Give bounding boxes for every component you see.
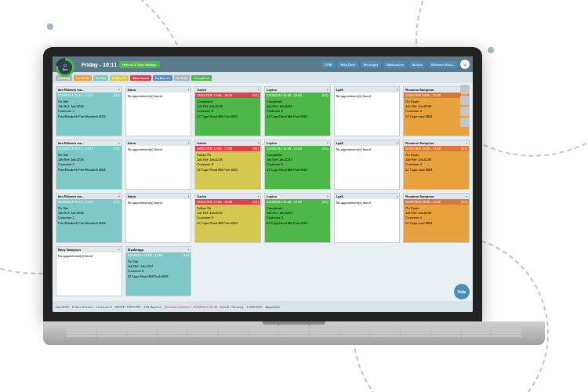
- card-body: On SiteJob Ref: Job-0234Customer 2Port E…: [56, 98, 122, 136]
- card-body: No appointment(s) found: [335, 93, 400, 136]
- card-body: CompletedJob Ref: Job-0249Customer 352 C…: [265, 98, 330, 136]
- nav-actions[interactable]: Actions: [409, 61, 426, 68]
- card-worker-name: Iain Roberts mo...›: [56, 87, 122, 93]
- appointment-card[interactable]: Ivana›No appointment(s) found: [125, 193, 192, 243]
- card-datetime: 01/03/2019 10:11 - 11:11(1/1): [56, 146, 122, 151]
- card-datetime: 01/03/2019 15:40 - 15:50(1/1): [265, 146, 330, 151]
- card-datetime: 01/03/2019 10:11 - 11:11(1/1): [56, 93, 122, 98]
- appointment-card[interactable]: Loyiso›01/03/2019 15:40 - 15:50(1/1)Comp…: [264, 140, 331, 190]
- card-body: No appointment(s) found: [335, 199, 400, 242]
- status-filter-abandoned[interactable]: Abandoned: [130, 75, 151, 81]
- card-worker-name: Justin›: [195, 140, 260, 146]
- card-worker-name: Lyall›: [335, 87, 400, 93]
- card-worker-name: Ivana›: [126, 194, 191, 199]
- card-worker-name: Roxanne Sampson›: [404, 140, 469, 146]
- card-body: CompletedJob Ref: Job-0249Customer 352 C…: [265, 205, 330, 242]
- bottom-bar-item: Appointed: [266, 305, 280, 309]
- card-worker-name: Ivana›: [126, 87, 191, 93]
- card-body: On RouteJob Ref: Job-0248Customer 452 Ca…: [404, 151, 469, 189]
- timer-unit: Sec: [63, 67, 68, 71]
- card-body: On SiteJob Ref: Job-0234Customer 2Port E…: [56, 205, 122, 242]
- bottom-bar-item: Install - Gauteng: [220, 305, 243, 309]
- card-body: No appointment(s) found: [126, 146, 191, 189]
- card-body: Follow OnJob Ref: Job-0249Customer 352 C…: [195, 151, 260, 189]
- nav-messages[interactable]: Messages: [361, 61, 381, 68]
- card-worker-name: Roxy Sampson›: [56, 247, 122, 252]
- close-icon[interactable]: ×: [460, 60, 470, 69]
- card-datetime: 04/02/2019 12:00 - 17:00(1/1): [195, 146, 260, 151]
- appointment-card[interactable]: Lyall›No appointment(s) found: [334, 86, 401, 136]
- appointment-card[interactable]: Lyall›No appointment(s) found: [334, 140, 401, 190]
- status-filter-row: PendingOn RouteOn SiteFollow OnAbandoned…: [53, 72, 473, 83]
- day-time: Friday - 10:11: [82, 62, 117, 67]
- right-sidebar: [460, 85, 471, 127]
- appointment-card[interactable]: Loyiso›01/03/2019 15:40 - 15:50(1/1)Comp…: [264, 193, 331, 243]
- card-body: No appointment(s) found: [56, 252, 122, 296]
- card-worker-name: Roxanne Sampson›: [404, 87, 469, 93]
- refresh-sync-button[interactable]: Refresh & Sync Settings: [119, 61, 159, 68]
- filter-icon[interactable]: [460, 118, 470, 127]
- appointment-card[interactable]: Roxanne Sampson›01/03/2019 09:00 - 11:00…: [403, 193, 470, 243]
- bottom-bar-item: 6 Hour Service: [72, 305, 93, 309]
- help-button[interactable]: Help: [454, 284, 470, 299]
- card-worker-name: Ivana›: [126, 140, 191, 146]
- card-worker-name: Loyiso›: [265, 87, 330, 93]
- nav-notifications[interactable]: Notifications: [383, 61, 407, 68]
- card-body: CompletedJob Ref: Job-0249Customer 352 C…: [265, 151, 330, 189]
- appointment-card[interactable]: Roxanne Sampson›01/03/2019 09:00 - 11:00…: [403, 140, 470, 190]
- chart-icon[interactable]: [460, 85, 470, 94]
- appointment-card[interactable]: Ivana›No appointment(s) found: [125, 140, 192, 190]
- card-body: On SiteJob Ref: Job-0234Customer 2Port E…: [56, 151, 122, 189]
- appointment-card[interactable]: Iain Roberts mo...›01/03/2019 10:11 - 11…: [56, 86, 122, 136]
- appointment-card[interactable]: Justin›04/02/2019 12:00 - 17:00(1/1)Foll…: [194, 140, 261, 190]
- bottom-bar-item: 10th Avenue: [144, 305, 162, 309]
- status-filter-follow-on[interactable]: Follow On: [110, 75, 129, 81]
- card-datetime: 26/02/2019 12:00 - 16:30(1/1): [195, 199, 260, 205]
- status-filter-on-site[interactable]: On Site: [93, 75, 108, 81]
- status-filter-on-route[interactable]: On Route: [74, 75, 92, 81]
- nav-crm[interactable]: CRM: [321, 61, 335, 68]
- card-worker-name: Loyiso›: [265, 140, 330, 146]
- bottom-status-bar: Job-02496 Hour ServiceCustomer 8SHORT DE…: [53, 301, 473, 312]
- appointment-grid: Iain Roberts mo...›01/03/2019 10:11 - 11…: [53, 83, 473, 299]
- card-worker-name: Iain Roberts mo...›: [56, 140, 122, 146]
- card-worker-name: Lyall›: [335, 194, 400, 199]
- refresh-timer[interactable]: 51 Sec: [56, 58, 74, 77]
- laptop-mockup: 51 Sec Friday - 10:11 Refresh & Sync Set…: [43, 47, 545, 345]
- appointment-card[interactable]: Loyiso›01/03/2019 15:40 - 15:50(1/1)Comp…: [264, 86, 331, 136]
- card-datetime: 01/03/2019 10:11 - 11:11(1/1): [56, 199, 122, 205]
- appointment-card[interactable]: Iain Roberts mo...›01/03/2019 10:11 - 11…: [56, 140, 122, 190]
- nav-welcome[interactable]: Welcome Back...: [428, 61, 458, 68]
- card-body: On RouteJob Ref: Job-0248Customer 452 Ca…: [404, 205, 469, 242]
- card-body: No appointment(s) found: [126, 199, 191, 242]
- status-filter-on-hold[interactable]: On Hold: [174, 75, 191, 81]
- appointment-card[interactable]: Lyall›No appointment(s) found: [334, 193, 401, 243]
- card-worker-name: Justin›: [195, 194, 260, 199]
- card-worker-name: Siyabonga›: [126, 247, 191, 252]
- refresh-icon[interactable]: [460, 96, 470, 105]
- appointment-card[interactable]: Roxy Sampson›No appointment(s) found: [56, 246, 122, 296]
- bottom-bar-item: Customer 8: [96, 305, 112, 309]
- card-worker-name: Roxanne Sampson›: [404, 194, 469, 199]
- card-body: On RouteJob Ref: Job-0248Customer 452 Ca…: [404, 98, 469, 136]
- top-bar: 51 Sec Friday - 10:11 Refresh & Sync Set…: [53, 56, 473, 72]
- card-worker-name: Justin›: [195, 87, 260, 93]
- card-datetime: 01/03/2019 09:00 - 11:00(1/1): [404, 93, 469, 98]
- nav-helpdesk[interactable]: Help Desk: [337, 61, 358, 68]
- appointment-card[interactable]: Siyabonga›01/03/2019 10:06 - 11:06(1/1)O…: [125, 246, 192, 296]
- status-filter-completed[interactable]: Completed: [191, 75, 211, 81]
- bottom-bar-item: SHORT DESCRIP: [115, 305, 141, 309]
- card-body: No appointment(s) found: [126, 93, 191, 136]
- appointment-card[interactable]: Justin›26/02/2019 12:00 - 18:10(1/1)Comp…: [194, 86, 261, 136]
- app-screen: 51 Sec Friday - 10:11 Refresh & Sync Set…: [53, 56, 473, 312]
- settings-icon[interactable]: [460, 107, 470, 116]
- card-datetime: 01/03/2019 10:06 - 11:06(1/1): [126, 252, 191, 258]
- bottom-bar-item: Job-0249: [56, 305, 69, 309]
- card-datetime: 01/03/2019 09:00 - 11:00(1/1): [404, 199, 469, 205]
- bottom-schedule-text: Schedule between : 25/03/2019 10:40: [165, 305, 217, 309]
- status-filter-no-access[interactable]: No Access: [153, 75, 172, 81]
- card-body: On SiteJob Ref: Job-0247Customer 352 Cap…: [126, 258, 191, 296]
- appointment-card[interactable]: Justin›26/02/2019 12:00 - 16:30(1/1)Foll…: [194, 193, 261, 243]
- appointment-card[interactable]: Iain Roberts mo...›01/03/2019 10:11 - 11…: [56, 193, 122, 243]
- appointment-card[interactable]: Ivana›No appointment(s) found: [125, 86, 192, 136]
